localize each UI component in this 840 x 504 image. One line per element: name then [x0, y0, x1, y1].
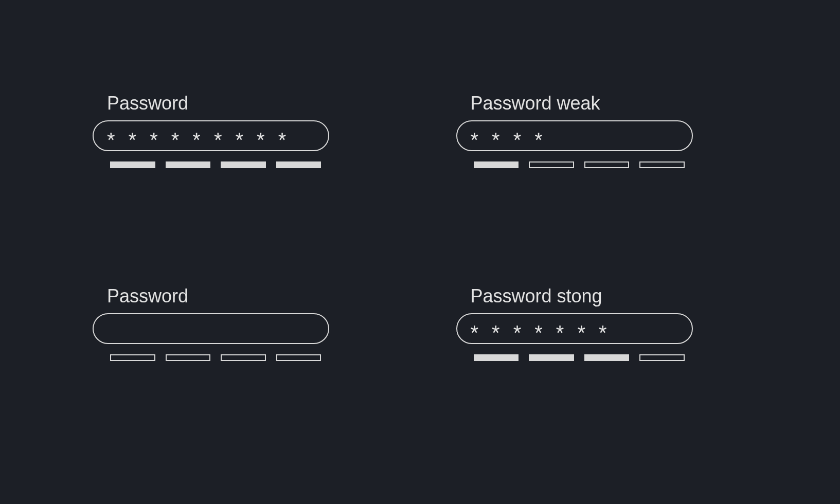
mask-char-icon: * [214, 130, 222, 150]
mask-char-icon: * [492, 322, 500, 343]
strength-segment [474, 354, 519, 361]
strength-segment [474, 161, 519, 168]
mask-char-icon: * [235, 130, 243, 150]
mask-char-icon: * [129, 130, 137, 150]
mask-char-icon: * [192, 130, 201, 150]
password-input[interactable] [93, 313, 329, 344]
mask-char-icon: * [150, 130, 158, 150]
mask-char-icon: * [492, 130, 500, 150]
strength-segment [110, 161, 155, 168]
mask-char-icon: * [471, 130, 479, 150]
mask-char-icon: * [556, 322, 564, 343]
password-label: Password stong [471, 285, 748, 307]
mask-char-icon: * [513, 130, 522, 150]
strength-segment [584, 161, 630, 168]
mask-char-icon: * [534, 130, 543, 150]
mask-char-icon: * [599, 322, 607, 343]
strength-meter [110, 161, 321, 168]
strength-segment [529, 354, 574, 361]
mask-char-icon: * [471, 322, 479, 343]
strength-meter [474, 354, 685, 361]
strength-segment [166, 354, 211, 361]
strength-segment [166, 161, 211, 168]
password-input[interactable]: **** [456, 120, 693, 151]
password-field-empty: Password [93, 285, 384, 411]
strength-segment [221, 354, 266, 361]
strength-segment [276, 354, 321, 361]
strength-meter [474, 161, 685, 168]
mask-char-icon: * [107, 130, 115, 150]
mask-char-icon: * [171, 130, 180, 150]
strength-segment [639, 161, 685, 168]
strength-segment [276, 161, 321, 168]
password-label: Password weak [471, 93, 748, 114]
mask-char-icon: * [534, 322, 543, 343]
strength-segment [639, 354, 685, 361]
password-label: Password [107, 285, 384, 307]
password-field-strong: Password stong ******* [456, 285, 748, 411]
password-input[interactable]: ********* [93, 120, 329, 151]
strength-segment [529, 161, 574, 168]
password-input[interactable]: ******* [456, 313, 693, 344]
mask-char-icon: * [513, 322, 522, 343]
mask-char-icon: * [278, 130, 287, 150]
strength-meter [110, 354, 321, 361]
password-field-weak: Password weak **** [456, 93, 748, 219]
strength-segment [221, 161, 266, 168]
password-field-full: Password ********* [93, 93, 384, 219]
password-label: Password [107, 93, 384, 114]
strength-segment [584, 354, 630, 361]
mask-char-icon: * [577, 322, 585, 343]
mask-char-icon: * [257, 130, 265, 150]
strength-segment [110, 354, 155, 361]
